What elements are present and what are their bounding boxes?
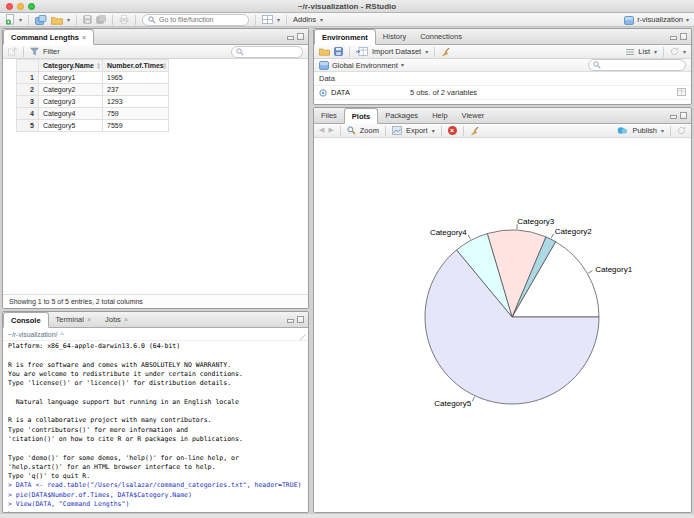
chevron-down-icon[interactable]: ▾ — [320, 17, 323, 23]
clear-objects-broom-icon[interactable] — [441, 47, 451, 57]
tab-command-lengths[interactable]: Command Lengths × — [3, 29, 94, 45]
tab-connections[interactable]: Connections — [413, 29, 469, 44]
list-view-button[interactable]: List — [638, 47, 650, 56]
toolbar-separator — [385, 126, 386, 136]
environment-search-box[interactable] — [588, 59, 686, 71]
maximize-pane-icon[interactable] — [297, 316, 304, 323]
viewer-search-input[interactable] — [246, 48, 298, 55]
save-workspace-icon[interactable] — [334, 47, 343, 56]
object-name: DATA — [331, 88, 406, 97]
column-header-category-name[interactable]: Category.Name▲▼ — [39, 60, 103, 72]
goto-file-input[interactable] — [159, 16, 239, 23]
global-environment-selector[interactable]: Global Environment — [332, 61, 398, 70]
chevron-down-icon[interactable]: ▾ — [432, 128, 435, 134]
console-output-line: Natural language support but running in … — [8, 398, 303, 407]
maximize-pane-icon[interactable] — [297, 33, 304, 40]
tab-plots[interactable]: Plots — [344, 108, 378, 124]
environment-object-row[interactable]: DATA5 obs. of 2 variables — [314, 86, 691, 100]
table-row[interactable]: 5Category57559 — [17, 120, 169, 132]
chevron-down-icon[interactable]: ▾ — [654, 49, 657, 55]
chevron-down-icon[interactable]: ▾ — [401, 62, 404, 68]
new-file-icon[interactable] — [5, 14, 15, 25]
tab-environment[interactable]: Environment — [314, 29, 376, 45]
list-view-icon — [626, 48, 634, 56]
save-icon[interactable] — [83, 15, 92, 24]
console-output-line: R is a collaborative project with many c… — [8, 416, 303, 425]
maximize-pane-icon[interactable] — [680, 112, 687, 119]
chevron-down-icon[interactable]: ▾ — [425, 49, 428, 55]
pane-buttons — [287, 33, 304, 40]
open-file-icon[interactable] — [51, 15, 63, 25]
row-number-header[interactable] — [17, 60, 39, 72]
tab-packages[interactable]: Packages — [378, 108, 425, 123]
save-all-icon[interactable] — [96, 15, 106, 24]
open-in-new-window-icon[interactable] — [8, 47, 17, 56]
view-table-icon[interactable] — [677, 88, 686, 96]
console-input-line: > DATA <- read.table("/Users/lsalazar/co… — [8, 481, 303, 490]
new-project-icon[interactable] — [35, 15, 47, 25]
load-workspace-icon[interactable] — [319, 47, 330, 56]
cell-category-name: Category1 — [39, 72, 103, 84]
pane-buttons — [670, 112, 687, 119]
table-row[interactable]: 3Category31293 — [17, 96, 169, 108]
minimize-pane-icon[interactable] — [670, 115, 677, 119]
viewer-search-box[interactable] — [231, 46, 303, 58]
close-icon[interactable]: × — [124, 316, 128, 323]
tab-files[interactable]: Files — [314, 108, 344, 123]
minimize-pane-icon[interactable] — [287, 319, 294, 323]
chevron-down-icon[interactable]: ▾ — [19, 17, 22, 23]
column-header-number-of-times[interactable]: Number.of.Times▲▼ — [103, 60, 169, 72]
environment-search-input[interactable] — [603, 62, 681, 69]
maximize-pane-icon[interactable] — [680, 33, 687, 40]
toolbar-separator — [670, 126, 671, 136]
close-icon[interactable]: × — [82, 34, 86, 41]
pie-label-tick — [588, 271, 592, 274]
refresh-icon[interactable] — [670, 47, 679, 56]
pie-label-category2: Category2 — [555, 227, 592, 236]
cell-number-of-times: 1965 — [103, 72, 169, 84]
tab-terminal[interactable]: Terminal× — [49, 312, 98, 327]
chevron-down-icon[interactable]: ▾ — [661, 128, 664, 134]
chevron-down-icon[interactable]: ▾ — [277, 17, 280, 23]
tab-jobs[interactable]: Jobs× — [98, 312, 135, 327]
close-icon[interactable]: × — [87, 316, 91, 323]
zoom-plot-icon — [347, 126, 356, 135]
window-title: ~/r-visualization - RStudio — [0, 2, 694, 11]
minimize-pane-icon[interactable] — [287, 36, 294, 40]
filter-button[interactable]: Filter — [43, 47, 60, 56]
tab-viewer[interactable]: Viewer — [455, 108, 492, 123]
tab-help[interactable]: Help — [425, 108, 454, 123]
cell-number-of-times: 759 — [103, 108, 169, 120]
remove-plot-icon[interactable]: × — [448, 126, 457, 135]
goto-file-box[interactable] — [142, 14, 249, 26]
print-icon[interactable] — [119, 15, 129, 24]
open-dir-icon[interactable]: ⌂ — [60, 331, 64, 337]
table-row[interactable]: 1Category11965 — [17, 72, 169, 84]
addins-button[interactable]: Addins — [293, 15, 316, 24]
publish-button[interactable]: Publish — [632, 126, 657, 135]
chevron-down-icon[interactable]: ▾ — [683, 49, 686, 55]
zoom-plot-button[interactable]: Zoom — [360, 126, 379, 135]
previous-plot-icon[interactable]: ◀ — [319, 127, 324, 134]
tab-console[interactable]: Console — [3, 312, 49, 328]
console-output-line — [8, 444, 303, 453]
import-dataset-button[interactable]: Import Dataset — [372, 47, 421, 56]
console-input-line: > pie(DATA$Number.of.Times, DATA$Categor… — [8, 491, 303, 500]
export-plot-button[interactable]: Export — [406, 126, 428, 135]
minimize-pane-icon[interactable] — [670, 36, 677, 40]
refresh-icon[interactable] — [677, 126, 686, 135]
table-row[interactable]: 4Category4759 — [17, 108, 169, 120]
panes-layout-icon[interactable] — [262, 15, 273, 24]
plot-area: Category1Category2Category3Category4Cate… — [314, 138, 691, 513]
environment-scope-bar: Global Environment ▾ — [314, 59, 691, 72]
console-output[interactable]: Platform: x86_64-apple-darwin13.6.0 (64-… — [3, 341, 308, 513]
tab-history[interactable]: History — [376, 29, 413, 44]
next-plot-icon[interactable]: ▶ — [328, 127, 333, 134]
project-button[interactable]: r-visualization ▾ — [624, 15, 689, 25]
clear-plots-broom-icon[interactable] — [470, 126, 480, 136]
chevron-down-icon[interactable]: ▾ — [67, 17, 70, 23]
toolbar-separator — [28, 15, 29, 25]
table-row[interactable]: 2Category2237 — [17, 84, 169, 96]
data-viewer-panel: Command Lengths × Filter Category.Name▲▼… — [2, 28, 309, 309]
filter-icon[interactable] — [30, 47, 39, 56]
